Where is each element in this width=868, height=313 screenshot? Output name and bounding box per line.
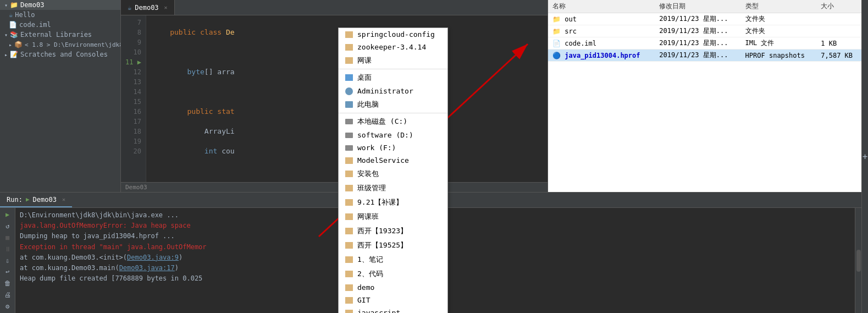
tree-label-demo03: Demo03 xyxy=(20,1,44,9)
lib-icon: 📚 xyxy=(10,31,18,39)
file-date-src: 2019/11/23 星期... xyxy=(655,25,740,37)
file-date-out: 2019/11/23 星期... xyxy=(655,13,740,25)
run-label: Run: xyxy=(7,196,23,204)
run-body: ▶ ↺ ■ ⏸ ⇩ ↩ 🗑 🖨 ⚙ D:\Environment\jdk8\jd… xyxy=(0,208,861,313)
tab-close-icon[interactable]: ✕ xyxy=(164,4,168,10)
run-wrap-button[interactable]: ↩ xyxy=(2,267,14,277)
tree-label-hello: Hello xyxy=(15,11,35,19)
app-window: ▾ 📁 Demo03 ☕ Hello 📄 code.iml ▾ 📚 Extern… xyxy=(0,0,868,313)
file-name-hprof: 🔵 java_pid13004.hprof xyxy=(548,50,655,62)
run-line-4: Exception in thread "main" java.lang.Out… xyxy=(20,242,850,252)
run-link-2[interactable]: Demo03.java:17 xyxy=(119,264,175,272)
file-row-out[interactable]: 📁 out 2019/11/23 星期... 文件夹 xyxy=(548,13,861,25)
file-name-out: 📁 out xyxy=(548,13,655,25)
run-tab-demo03[interactable]: Run: ▶ Demo03 ✕ xyxy=(0,193,72,207)
editor-bottom-tab: Demo03 xyxy=(125,184,147,191)
code-editor: ☕ Demo03 ✕ 7 8 9 10 11 ▶ 12 13 14 xyxy=(121,0,548,192)
tree-item-code-iml[interactable]: 📄 code.iml xyxy=(0,20,120,30)
java-tab-icon: ☕ xyxy=(128,4,131,12)
chevron-right-icon: ▸ xyxy=(9,42,12,48)
run-clear-button[interactable]: 🗑 xyxy=(2,279,14,288)
file-type-out: 文件夹 xyxy=(741,13,817,25)
tree-label-code-iml: code.iml xyxy=(19,21,51,29)
folder-icon-src: 📁 xyxy=(552,28,561,35)
resize-handle-right[interactable]: + xyxy=(861,0,868,313)
iml-file-icon: 📄 xyxy=(552,40,561,47)
file-explorer: 名称 修改日期 类型 大小 📁 out xyxy=(548,0,861,192)
run-pause-button[interactable]: ⏸ xyxy=(2,244,14,254)
scratches-folder-icon: 📝 xyxy=(10,51,18,58)
run-toolbar: ▶ ↺ ■ ⏸ ⇩ ↩ 🗑 🖨 ⚙ xyxy=(0,208,15,313)
folder-icon-out: 📁 xyxy=(552,15,561,23)
tree-item-scratches[interactable]: ▸ 📝 Scratches and Consoles xyxy=(0,50,120,59)
folder-icon: 📁 xyxy=(10,1,18,9)
hprof-icon: 🔵 xyxy=(552,52,561,59)
tree-item-jdk[interactable]: ▸ 📦 < 1.8 > D:\Environment\jdk8\jdk xyxy=(0,40,120,50)
run-tab-close[interactable]: ✕ xyxy=(62,196,65,202)
line-numbers: 7 8 9 10 11 ▶ 12 13 14 15 16 17 18 19 20 xyxy=(121,15,146,182)
run-line-1: D:\Environment\jdk8\jdk\bin\java.exe ... xyxy=(20,210,850,221)
file-name-src: 📁 src xyxy=(548,25,655,37)
tab-label: Demo03 xyxy=(135,4,158,12)
file-table: 名称 修改日期 类型 大小 📁 out xyxy=(548,0,861,192)
tree-label-external-libs: External Libraries xyxy=(20,31,92,39)
run-line-2: java.lang.OutOfMemoryError: Java heap sp… xyxy=(20,221,850,231)
file-type-iml: IML 文件 xyxy=(741,37,817,50)
run-stop-button[interactable]: ■ xyxy=(2,233,14,243)
jdk-icon: 📦 xyxy=(14,41,23,48)
col-header-size[interactable]: 大小 xyxy=(816,0,861,13)
run-print-button[interactable]: 🖨 xyxy=(2,290,14,299)
code-body: 7 8 9 10 11 ▶ 12 13 14 15 16 17 18 19 20 xyxy=(121,15,548,182)
run-line-5: at com.kuang.Demo03.<init>(Demo03.java:9… xyxy=(20,252,850,263)
run-rerun-button[interactable]: ↺ xyxy=(2,222,14,231)
file-type-src: 文件夹 xyxy=(741,25,817,37)
tree-item-demo03[interactable]: ▾ 📁 Demo03 xyxy=(0,0,120,10)
iml-icon: 📄 xyxy=(9,21,17,29)
chevron-down-icon-2: ▾ xyxy=(4,32,8,38)
file-date-hprof: 2019/11/23 星期... xyxy=(655,50,740,62)
plus-icon: + xyxy=(863,151,868,162)
file-date-iml: 2019/11/23 星期... xyxy=(655,37,740,50)
project-tree-panel: ▾ 📁 Demo03 ☕ Hello 📄 code.iml ▾ 📚 Extern… xyxy=(0,0,121,192)
run-tabs: Run: ▶ Demo03 ✕ xyxy=(0,193,861,208)
tree-item-external-libs[interactable]: ▾ 📚 External Libraries xyxy=(0,30,120,40)
run-play-button[interactable]: ▶ xyxy=(2,210,14,219)
run-line-3: Dumping heap to java_pid13004.hprof ... xyxy=(20,231,850,241)
run-scroll-button[interactable]: ⇩ xyxy=(2,256,14,265)
col-header-type[interactable]: 类型 xyxy=(741,0,817,13)
run-line-7: Heap dump file created [7768889 bytes in… xyxy=(20,273,850,284)
file-row-iml[interactable]: 📄 code.iml 2019/11/23 星期... IML 文件 1 KB xyxy=(548,37,861,50)
run-scrollbar[interactable] xyxy=(855,208,861,313)
file-size-out xyxy=(816,13,861,25)
chevron-down-icon: ▾ xyxy=(4,2,8,8)
tree-label-jdk: < 1.8 > D:\Environment\jdk8\jdk xyxy=(25,41,121,48)
editor-bottom-bar: Demo03 xyxy=(121,182,548,192)
scratches-icon: ▸ xyxy=(4,52,8,58)
editor-tab-demo03[interactable]: ☕ Demo03 ✕ xyxy=(121,0,175,15)
run-settings-button[interactable]: ⚙ xyxy=(2,301,14,311)
tree-item-hello[interactable]: ☕ Hello xyxy=(0,10,120,20)
file-size-src xyxy=(816,25,861,37)
col-header-name[interactable]: 名称 xyxy=(548,0,655,13)
file-size-iml: 1 KB xyxy=(816,37,861,50)
file-size-hprof: 7,587 KB xyxy=(816,50,861,62)
java-icon: ☕ xyxy=(9,11,13,19)
run-output: D:\Environment\jdk8\jdk\bin\java.exe ...… xyxy=(15,208,855,313)
run-scrollbar-thumb[interactable] xyxy=(856,250,861,272)
tree-label-scratches: Scratches and Consoles xyxy=(20,51,108,58)
editor-tabs: ☕ Demo03 ✕ xyxy=(121,0,548,15)
run-demo-label: Demo03 xyxy=(33,196,57,204)
col-header-date[interactable]: 修改日期 xyxy=(655,0,740,13)
main-area: ▾ 📁 Demo03 ☕ Hello 📄 code.iml ▾ 📚 Extern… xyxy=(0,0,861,192)
code-content[interactable]: public class De byte[] arra public stat … xyxy=(146,15,548,182)
file-type-hprof: HPROF snapshots xyxy=(741,50,817,62)
run-line-6: at com.kuang.Demo03.main(Demo03.java:17) xyxy=(20,263,850,273)
run-icon: ▶ xyxy=(26,196,30,203)
file-row-src[interactable]: 📁 src 2019/11/23 星期... 文件夹 xyxy=(548,25,861,37)
file-row-hprof[interactable]: 🔵 java_pid13004.hprof 2019/11/23 星期... H… xyxy=(548,50,861,62)
file-name-iml: 📄 code.iml xyxy=(548,37,655,50)
run-link-1[interactable]: Demo03.java:9 xyxy=(127,254,179,261)
run-panel: Run: ▶ Demo03 ✕ ▶ ↺ ■ ⏸ ⇩ ↩ 🗑 🖨 ⚙ xyxy=(0,192,861,313)
